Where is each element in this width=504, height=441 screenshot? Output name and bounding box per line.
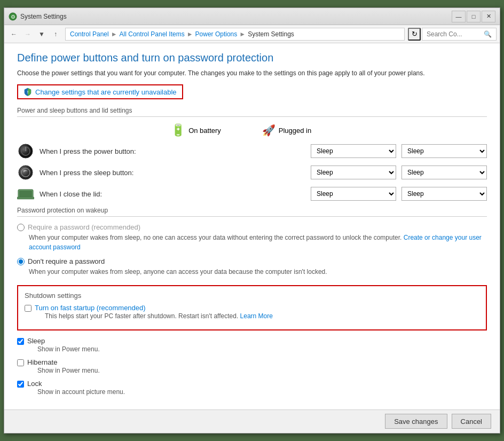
power-button-plugged-select[interactable]: Do nothing Sleep Hibernate Shut down Tur… [401,144,487,158]
recent-locations-button[interactable]: ▼ [35,28,48,41]
dont-require-password-desc: When your computer wakes from sleep, any… [29,267,487,277]
sleep-label: Sleep [27,337,100,345]
change-settings-label: Change settings that are currently unava… [35,88,177,96]
save-changes-button[interactable]: Save changes [385,414,447,429]
lid-row: When I close the lid: Do nothing Sleep H… [17,185,487,202]
forward-button[interactable]: → [21,28,34,41]
power-button-dropdowns: Do nothing Sleep Hibernate Shut down Tur… [311,144,487,158]
svg-text:!: ! [27,90,29,94]
password-section: Password protection on wakeup Require a … [17,207,487,277]
require-password-desc: When your computer wakes from sleep, no … [29,233,487,252]
dont-require-password-radio[interactable] [17,258,25,265]
password-section-header: Password protection on wakeup [17,207,487,217]
page-title: Define power buttons and turn on passwor… [17,52,487,64]
sleep-desc: Show in Power menu. [37,345,100,354]
window-title: System Settings [20,13,452,20]
svg-rect-10 [17,197,34,199]
learn-more-link[interactable]: Learn More [240,312,273,320]
shield-uac-icon: ! [23,88,32,96]
svg-point-6 [19,166,33,179]
hibernate-desc: Show in Power menu. [37,366,100,375]
plugged-in-header: 🚀 Plugged in [241,123,332,137]
hibernate-checkbox[interactable] [17,359,24,366]
lid-plugged-select[interactable]: Do nothing Sleep Hibernate Shut down [401,187,487,201]
lock-desc: Show in account picture menu. [37,388,125,397]
sleep-button-battery-select[interactable]: Do nothing Sleep Hibernate Shut down [311,166,396,179]
power-button-row: When I press the power button: Do nothin… [17,143,487,160]
shutdown-section-header: Shutdown settings [25,292,479,300]
search-input[interactable] [427,30,484,38]
up-button[interactable]: ↑ [49,28,62,41]
on-battery-header: 🔋 On battery [151,123,241,137]
sleep-button-dropdowns: Do nothing Sleep Hibernate Shut down Do … [311,166,487,179]
breadcrumb-current: System Settings [248,30,294,38]
fast-startup-label: Turn on fast startup (recommended) [35,304,273,312]
main-window: ⚙ System Settings — □ ✕ ← → ▼ ↑ Control … [4,7,500,433]
sleep-shutdown-item: Sleep Show in Power menu. [17,337,487,354]
column-headers: 🔋 On battery 🚀 Plugged in [17,123,487,137]
require-password-option: Require a password (recommended) When yo… [17,223,487,252]
address-bar: Control Panel ► All Control Panel Items … [65,28,405,41]
search-icon: 🔍 [484,30,492,38]
breadcrumb-control-panel[interactable]: Control Panel [70,30,109,38]
dont-require-password-option: Don't require a password When your compu… [17,257,487,277]
bottom-bar: Save changes Cancel [4,410,500,433]
dont-require-password-label[interactable]: Don't require a password [17,257,487,265]
lid-dropdowns: Do nothing Sleep Hibernate Shut down Do … [311,187,487,201]
title-bar: ⚙ System Settings — □ ✕ [4,8,500,25]
hibernate-item: Hibernate Show in Power menu. [17,358,487,375]
power-button-icon [17,143,34,160]
lock-label: Lock [27,380,125,388]
require-password-radio[interactable] [17,224,25,231]
power-sleep-section-header: Power and sleep buttons and lid settings [17,107,487,117]
page-description: Choose the power settings that you want … [17,68,487,78]
change-settings-button[interactable]: ! Change settings that are currently una… [17,84,183,99]
power-button-battery-select[interactable]: Do nothing Sleep Hibernate Shut down Tur… [311,144,396,158]
close-button[interactable]: ✕ [482,11,495,22]
battery-icon: 🔋 [171,123,185,137]
lid-battery-select[interactable]: Do nothing Sleep Hibernate Shut down [311,187,396,201]
breadcrumb-power-options[interactable]: Power Options [195,30,238,38]
content-area: Define power buttons and turn on passwor… [4,43,500,409]
shutdown-section: Shutdown settings Turn on fast startup (… [17,285,487,330]
svg-text:⚙: ⚙ [11,14,15,20]
fast-startup-desc: This helps start your PC faster after sh… [45,312,273,321]
plugin-icon: 🚀 [262,124,275,137]
minimize-button[interactable]: — [452,11,466,22]
maximize-button[interactable]: □ [467,11,481,22]
lid-icon [17,185,34,202]
sleep-button-plugged-select[interactable]: Do nothing Sleep Hibernate Shut down [401,166,487,179]
fast-startup-item: Turn on fast startup (recommended) This … [25,304,479,321]
fast-startup-checkbox[interactable] [25,305,32,312]
cancel-button[interactable]: Cancel [452,414,491,429]
sleep-checkbox[interactable] [17,338,24,345]
window-icon: ⚙ [9,12,17,21]
breadcrumb-all-items[interactable]: All Control Panel Items [120,30,185,38]
svg-rect-9 [19,191,32,197]
window-controls: — □ ✕ [452,11,495,22]
search-box[interactable]: 🔍 [422,28,497,41]
refresh-button[interactable]: ↻ [408,28,421,41]
sleep-button-icon [17,164,34,181]
hibernate-label: Hibernate [27,358,100,366]
lock-checkbox[interactable] [17,381,24,388]
back-button[interactable]: ← [7,28,20,41]
lid-label: When I close the lid: [40,190,311,198]
navigation-bar: ← → ▼ ↑ Control Panel ► All Control Pane… [4,25,500,43]
power-button-label: When I press the power button: [40,147,311,155]
sleep-button-label: When I press the sleep button: [40,169,311,177]
require-password-label[interactable]: Require a password (recommended) [17,223,487,231]
sleep-button-row: When I press the sleep button: Do nothin… [17,164,487,181]
lock-item: Lock Show in account picture menu. [17,380,487,397]
